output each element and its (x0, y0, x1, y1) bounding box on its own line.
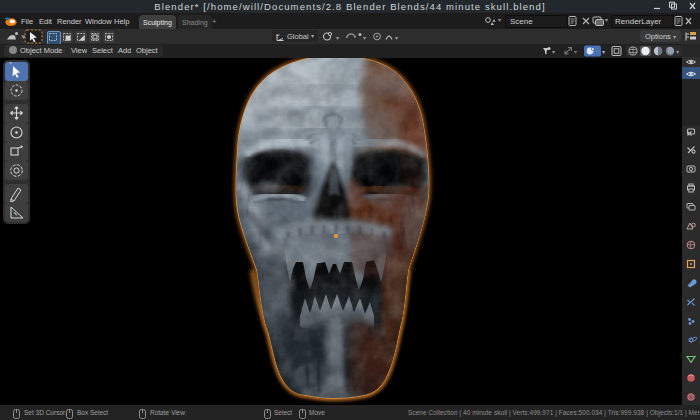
svg-text:▾: ▾ (574, 49, 577, 55)
svg-text:▾: ▾ (336, 35, 339, 41)
svg-text:▾: ▾ (363, 35, 366, 41)
svg-text:▾: ▾ (676, 49, 679, 55)
svg-text:▾: ▾ (552, 49, 555, 55)
svg-text:▾: ▾ (395, 35, 398, 41)
svg-text:▾: ▾ (602, 49, 605, 55)
